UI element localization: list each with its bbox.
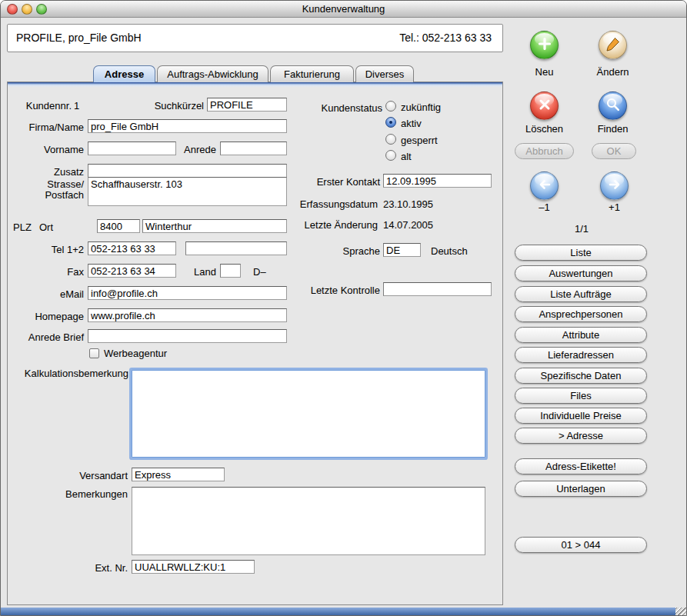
tab-diverses[interactable]: Diverses bbox=[355, 65, 414, 82]
versandart-input[interactable] bbox=[132, 468, 225, 481]
sidebar-button-liste[interactable]: Liste bbox=[515, 245, 647, 261]
bottom-scrollbar bbox=[1, 608, 686, 615]
kundennr-label: Kundennr. bbox=[8, 100, 72, 112]
loeschen-label: Löschen bbox=[521, 123, 568, 135]
kalkulationsbemerkung-input[interactable] bbox=[132, 370, 485, 458]
zusatz-label: Zusatz bbox=[21, 166, 84, 178]
finden-button[interactable] bbox=[599, 92, 627, 120]
radio-zukuenftig-label: zukünftig bbox=[401, 102, 441, 113]
werbeagentur-checkbox[interactable] bbox=[89, 348, 99, 358]
tel-label: Tel 1+2 bbox=[21, 244, 84, 255]
arrow-left-icon bbox=[537, 177, 552, 195]
homepage-label: Homepage bbox=[21, 311, 84, 322]
land-input[interactable] bbox=[220, 264, 241, 278]
ext-nr-input[interactable] bbox=[132, 560, 255, 574]
vorname-label: Vorname bbox=[21, 144, 84, 155]
tab-fakturierung[interactable]: Fakturierung bbox=[270, 65, 354, 82]
ext-nr-label: Ext. Nr. bbox=[78, 562, 128, 574]
loeschen-button[interactable] bbox=[530, 92, 559, 120]
versandart-label: Versandart bbox=[68, 470, 128, 481]
anrede-label: Anrede bbox=[181, 144, 216, 155]
zusatz-input[interactable] bbox=[88, 164, 287, 178]
anrede-brief-input[interactable] bbox=[88, 329, 287, 343]
letzte-aenderung-label: Letzte Änderung bbox=[292, 219, 378, 231]
sprache-label: Sprache bbox=[315, 245, 380, 257]
resize-grip[interactable] bbox=[675, 608, 686, 615]
email-label: eMail bbox=[21, 288, 84, 300]
next-record-button[interactable] bbox=[600, 171, 629, 200]
neu-button[interactable] bbox=[530, 31, 559, 59]
suchkuerzel-label: Suchkürzel bbox=[138, 100, 204, 112]
zoom-button[interactable] bbox=[36, 4, 47, 15]
strasse-label-line2: Postfach bbox=[21, 190, 84, 201]
arrow-right-icon bbox=[607, 177, 622, 195]
aendern-label: Ändern bbox=[589, 66, 636, 78]
tel1-input[interactable] bbox=[88, 241, 176, 255]
record-company: PROFILE, pro_File GmbH bbox=[16, 25, 142, 52]
radio-alt-label: alt bbox=[401, 151, 412, 162]
sidebar-button-spezifische-daten[interactable]: Spezifische Daten bbox=[515, 368, 647, 384]
ort-input[interactable] bbox=[142, 219, 287, 233]
tab-auftrags-abwicklung[interactable]: Auftrags-Abwicklung bbox=[157, 65, 268, 82]
sidebar-button-individuelle-preise[interactable]: Individuelle Preise bbox=[515, 408, 647, 424]
pencil-icon bbox=[605, 36, 621, 54]
minimize-button[interactable] bbox=[22, 4, 32, 15]
anrede-input[interactable] bbox=[220, 142, 287, 155]
erfassungsdatum-value: 23.10.1995 bbox=[383, 198, 433, 210]
adress-etikette-button[interactable]: Adress-Etikette! bbox=[515, 458, 647, 474]
range-button[interactable]: 01 > 044 bbox=[515, 537, 647, 553]
erster-kontakt-label: Erster Kontakt bbox=[307, 176, 380, 188]
sidebar-button-lieferadressen[interactable]: Lieferadressen bbox=[515, 347, 647, 363]
plus-icon bbox=[537, 36, 552, 54]
next-label: +1 bbox=[591, 201, 638, 213]
sprache-name-value: Deutsch bbox=[431, 245, 468, 257]
record-header: PROFILE, pro_File GmbH Tel.: 052-213 63 … bbox=[7, 24, 503, 52]
abbruch-button[interactable]: Abbruch bbox=[515, 143, 574, 159]
homepage-input[interactable] bbox=[88, 308, 287, 322]
record-phone: Tel.: 052-213 63 33 bbox=[399, 25, 492, 52]
email-input[interactable] bbox=[88, 286, 287, 300]
x-icon bbox=[537, 97, 552, 115]
letzte-aenderung-value: 14.07.2005 bbox=[383, 219, 433, 231]
strasse-input[interactable]: Schaffhauserstr. 103 bbox=[88, 177, 287, 206]
firma-label: Firma/Name bbox=[21, 122, 84, 133]
close-button[interactable] bbox=[7, 4, 18, 15]
firma-input[interactable] bbox=[88, 119, 287, 133]
strasse-label: Strasse/ Postfach bbox=[21, 179, 84, 201]
fax-input[interactable] bbox=[88, 264, 176, 278]
strasse-label-line1: Strasse/ bbox=[21, 179, 84, 190]
radio-gesperrt-label: gesperrt bbox=[401, 135, 438, 146]
letzte-kontrolle-input[interactable] bbox=[383, 282, 492, 296]
aendern-button[interactable] bbox=[599, 31, 627, 59]
sidebar-button-auswertungen[interactable]: Auswertungen bbox=[515, 265, 647, 281]
tab-adresse[interactable]: Adresse bbox=[93, 65, 155, 82]
radio-aktiv-label: aktiv bbox=[401, 118, 422, 129]
plz-input[interactable] bbox=[97, 219, 140, 233]
sidebar-button-adresse[interactable]: > Adresse bbox=[515, 428, 647, 444]
kundennr-value: 1 bbox=[74, 100, 79, 112]
vorname-input[interactable] bbox=[88, 142, 176, 155]
sidebar-button-attribute[interactable]: Attribute bbox=[515, 327, 647, 343]
tel2-input[interactable] bbox=[185, 241, 287, 255]
radio-zukuenftig[interactable] bbox=[385, 101, 396, 112]
radio-aktiv[interactable] bbox=[385, 117, 396, 128]
erfassungsdatum-label: Erfassungsdatum bbox=[292, 198, 378, 210]
unterlagen-button[interactable]: Unterlagen bbox=[515, 481, 647, 497]
magnifier-icon bbox=[605, 97, 621, 115]
suchkuerzel-input[interactable] bbox=[207, 98, 287, 112]
finden-label: Finden bbox=[589, 123, 636, 135]
land-label: Land bbox=[181, 266, 216, 278]
previous-record-button[interactable] bbox=[530, 171, 559, 200]
sidebar-button-files[interactable]: Files bbox=[515, 388, 647, 404]
radio-alt[interactable] bbox=[385, 150, 396, 161]
sidebar-button-liste-auftraege[interactable]: Liste Aufträge bbox=[515, 286, 647, 302]
ok-button[interactable]: OK bbox=[592, 143, 636, 159]
radio-gesperrt[interactable] bbox=[385, 134, 396, 145]
erster-kontakt-input[interactable] bbox=[383, 174, 492, 188]
bemerkungen-input[interactable] bbox=[132, 487, 485, 555]
sprache-input[interactable] bbox=[383, 243, 421, 257]
neu-label: Neu bbox=[521, 66, 568, 78]
sidebar-button-ansprechpersonen[interactable]: Ansprechpersonen bbox=[515, 306, 647, 322]
letzte-kontrolle-label: Letzte Kontrolle bbox=[301, 285, 380, 296]
window-title: Kundenverwaltung bbox=[302, 3, 385, 15]
